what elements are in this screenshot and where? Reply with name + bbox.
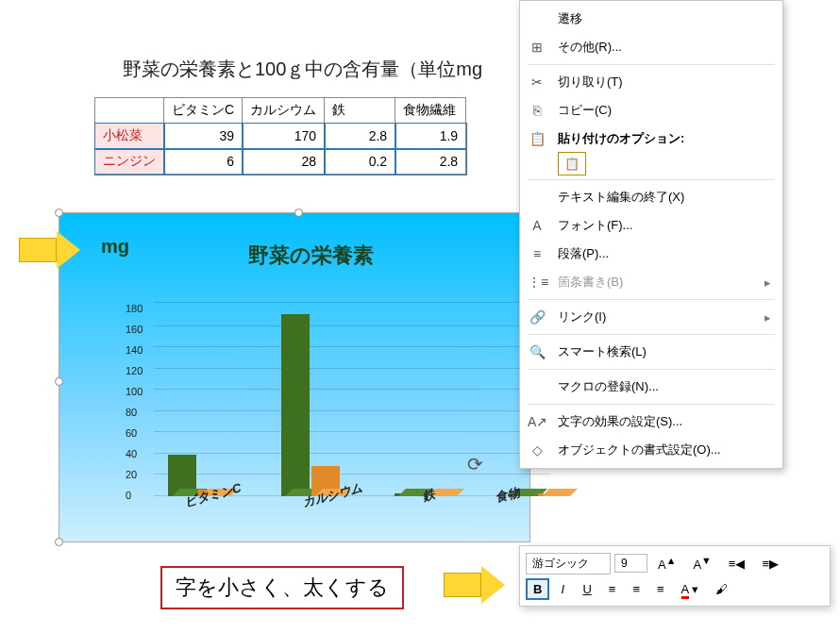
cell[interactable]: 6 [164, 149, 243, 175]
italic-button[interactable]: I [553, 579, 572, 599]
chart[interactable]: mg 野菜の栄養素 0 20 40 60 80 100 120 140 160 … [59, 212, 530, 542]
increase-font-button[interactable]: A▲ [651, 552, 682, 575]
cell[interactable]: 1.9 [395, 124, 466, 149]
cell[interactable]: 0.2 [325, 149, 395, 175]
grid-icon: ⊞ [528, 40, 546, 55]
cell[interactable]: 28 [243, 149, 325, 175]
font-size-select[interactable]: 9 [614, 554, 647, 573]
align-left-button[interactable]: ≡ [602, 579, 623, 599]
table-header [95, 98, 164, 124]
row-name[interactable]: 小松菜 [95, 124, 164, 149]
scissors-icon: ✂ [528, 75, 546, 90]
indent-increase-button[interactable]: ≡▶ [755, 554, 785, 574]
annotation-note: 字を小さく、太くする [160, 566, 404, 609]
table-row: ニンジン 6 28 0.2 2.8 [95, 149, 466, 175]
copy-icon: ⎘ [528, 103, 546, 118]
font-icon: A [528, 218, 546, 233]
format-painter-button[interactable]: 🖌 [709, 579, 734, 599]
table-header: 食物繊維 [395, 98, 466, 124]
cell[interactable]: 2.8 [325, 124, 395, 149]
page-title: 野菜の栄養素と100ｇ中の含有量（単位mg [123, 57, 482, 82]
table-header: 鉄 [325, 98, 395, 124]
underline-button[interactable]: U [576, 579, 597, 599]
font-family-select[interactable]: 游ゴシック [526, 553, 611, 575]
chart-title: 野菜の栄養素 [248, 242, 374, 270]
cell[interactable]: 170 [243, 124, 325, 149]
ctx-macro[interactable]: マクロの登録(N)... [520, 373, 782, 401]
ctx-copy[interactable]: ⎘コピー(C) [520, 96, 782, 125]
ctx-bullets: ⋮≡箇条書き(B)▸ [520, 268, 782, 296]
data-table: ビタミンC カルシウム 鉄 食物繊維 小松菜 39 170 2.8 1.9 ニン… [94, 97, 466, 175]
cell[interactable]: 2.8 [395, 149, 466, 175]
ctx-text-effects[interactable]: A↗文字の効果の設定(S)... [520, 408, 782, 436]
y-unit-label: mg [101, 236, 129, 258]
y-axis: 0 20 40 60 80 100 120 140 160 180 [126, 303, 143, 501]
ctx-font[interactable]: Aフォント(F)... [520, 211, 782, 240]
table-header-row: ビタミンC カルシウム 鉄 食物繊維 [95, 98, 466, 124]
table-header: カルシウム [243, 98, 325, 124]
mini-toolbar: 游ゴシック 9 A▲ A▼ ≡◀ ≡▶ B I U ≡ ≡ ≡ A ▾ 🖌 [519, 545, 831, 607]
paragraph-icon: ≡ [528, 246, 546, 261]
ctx-other[interactable]: ⊞その他(R)... [520, 33, 782, 61]
x-axis: ビタミンC カルシウム 鉄 食物 [154, 487, 550, 504]
indent-decrease-button[interactable]: ≡◀ [722, 554, 752, 574]
table-row: 小松菜 39 170 2.8 1.9 [95, 124, 466, 149]
clipboard-icon: 📋 [528, 131, 546, 146]
table-header: ビタミンC [164, 98, 243, 124]
plot-area [154, 303, 550, 496]
font-color-button[interactable]: A ▾ [675, 579, 706, 599]
ctx-paragraph[interactable]: ≡段落(P)... [520, 240, 782, 268]
align-center-button[interactable]: ≡ [626, 579, 647, 599]
ctx-transition[interactable]: 遷移 [520, 5, 782, 33]
decrease-font-button[interactable]: A▼ [686, 552, 717, 575]
bold-button[interactable]: B [526, 578, 549, 600]
ctx-end-text-edit[interactable]: テキスト編集の終了(X) [520, 183, 782, 211]
ctx-cut[interactable]: ✂切り取り(T) [520, 68, 782, 96]
cell[interactable]: 39 [164, 124, 243, 149]
context-menu: 遷移 ⊞その他(R)... ✂切り取り(T) ⎘コピー(C) 📋貼り付けのオプシ… [519, 0, 783, 469]
align-right-button[interactable]: ≡ [650, 579, 671, 599]
bullets-icon: ⋮≡ [528, 275, 546, 290]
row-name[interactable]: ニンジン [95, 149, 164, 175]
ctx-link[interactable]: 🔗リンク(I)▸ [520, 303, 782, 331]
ctx-paste-button[interactable]: 📋 [520, 153, 782, 176]
ctx-format-object[interactable]: ◇オブジェクトの書式設定(O)... [520, 436, 782, 464]
text-effect-icon: A↗ [528, 414, 546, 429]
format-icon: ◇ [528, 442, 546, 458]
ctx-paste-options: 📋貼り付けのオプション: [520, 125, 782, 153]
ctx-smart-lookup[interactable]: 🔍スマート検索(L) [520, 338, 782, 366]
rotate-icon[interactable]: ⟳ [467, 453, 483, 475]
link-icon: 🔗 [528, 309, 546, 325]
search-icon: 🔍 [528, 344, 546, 359]
